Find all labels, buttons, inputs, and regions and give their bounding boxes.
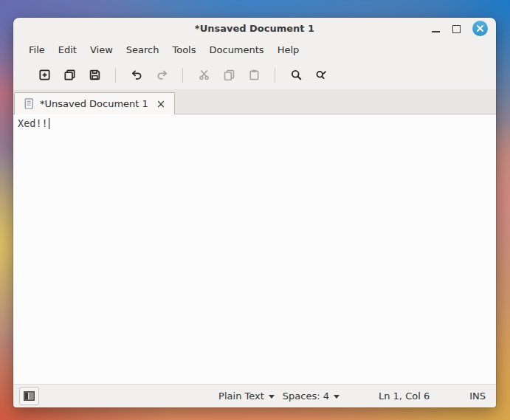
statusbar: Plain Text Spaces: 4 Ln 1, Col 6 INS bbox=[13, 384, 496, 407]
menu-help[interactable]: Help bbox=[271, 41, 306, 59]
tab-width-label: Spaces: 4 bbox=[283, 390, 329, 402]
redo-icon bbox=[156, 69, 168, 81]
undo-icon bbox=[131, 69, 143, 81]
copy-button[interactable] bbox=[216, 64, 241, 86]
window-controls bbox=[431, 18, 488, 38]
find-icon bbox=[290, 69, 303, 81]
open-document-button[interactable] bbox=[57, 64, 82, 86]
tab-close-button[interactable] bbox=[156, 99, 166, 109]
undo-button[interactable] bbox=[124, 64, 149, 86]
toolbar-separator bbox=[115, 68, 116, 83]
find-replace-icon bbox=[315, 69, 328, 81]
editor-line-1: Xed!! bbox=[18, 117, 48, 129]
toolbar-separator bbox=[182, 68, 183, 83]
find-button[interactable] bbox=[283, 64, 309, 86]
save-icon bbox=[89, 69, 101, 81]
language-label: Plain Text bbox=[218, 390, 264, 402]
save-button[interactable] bbox=[82, 64, 107, 86]
chevron-down-icon bbox=[269, 395, 275, 399]
close-icon bbox=[472, 21, 488, 36]
tabbar: *Unsaved Document 1 bbox=[13, 89, 496, 114]
toolbar bbox=[13, 61, 496, 89]
tab-unsaved-document-1[interactable]: *Unsaved Document 1 bbox=[14, 92, 175, 114]
menu-edit[interactable]: Edit bbox=[52, 41, 83, 59]
menubar: File Edit View Search Tools Documents He… bbox=[13, 38, 496, 61]
menu-search[interactable]: Search bbox=[120, 41, 166, 59]
paste-icon bbox=[248, 69, 261, 81]
document-icon bbox=[24, 98, 34, 109]
cursor-position-indicator: Ln 1, Col 6 bbox=[379, 390, 430, 402]
menu-documents[interactable]: Documents bbox=[203, 41, 271, 59]
open-document-icon bbox=[63, 69, 76, 81]
side-panel-toggle-button[interactable] bbox=[19, 387, 39, 405]
new-document-icon bbox=[38, 69, 51, 81]
tab-width-selector[interactable]: Spaces: 4 bbox=[283, 390, 340, 402]
titlebar[interactable]: *Unsaved Document 1 bbox=[13, 18, 496, 38]
menu-tools[interactable]: Tools bbox=[165, 41, 202, 59]
find-replace-button[interactable] bbox=[309, 64, 334, 86]
language-selector[interactable]: Plain Text bbox=[218, 390, 275, 402]
redo-button[interactable] bbox=[149, 64, 174, 86]
tab-label: *Unsaved Document 1 bbox=[40, 98, 148, 109]
text-cursor bbox=[49, 118, 50, 129]
window-title: *Unsaved Document 1 bbox=[195, 23, 314, 34]
minimize-icon bbox=[432, 31, 440, 32]
desktop-wallpaper: { "window": { "title": "*Unsaved Documen… bbox=[0, 0, 510, 420]
cut-button[interactable] bbox=[191, 64, 216, 86]
new-document-button[interactable] bbox=[32, 64, 57, 86]
close-icon bbox=[157, 100, 165, 108]
minimize-button[interactable] bbox=[431, 22, 441, 34]
toolbar-separator bbox=[275, 68, 275, 83]
maximize-icon bbox=[452, 25, 461, 33]
chevron-down-icon bbox=[334, 395, 340, 399]
menu-file[interactable]: File bbox=[22, 41, 52, 59]
paste-button[interactable] bbox=[241, 64, 266, 86]
editor-text-area[interactable]: Xed!! bbox=[13, 114, 496, 384]
cut-icon bbox=[198, 69, 210, 81]
close-button[interactable] bbox=[472, 21, 488, 36]
side-panel-icon bbox=[24, 391, 35, 401]
xed-window: *Unsaved Document 1 File Edit View Searc… bbox=[13, 18, 496, 407]
cursor-position-label: Ln 1, Col 6 bbox=[379, 390, 430, 402]
copy-icon bbox=[223, 69, 235, 81]
input-mode-indicator: INS bbox=[469, 390, 486, 402]
menu-view[interactable]: View bbox=[83, 41, 120, 59]
input-mode-label: INS bbox=[469, 390, 486, 402]
maximize-button[interactable] bbox=[452, 22, 461, 34]
